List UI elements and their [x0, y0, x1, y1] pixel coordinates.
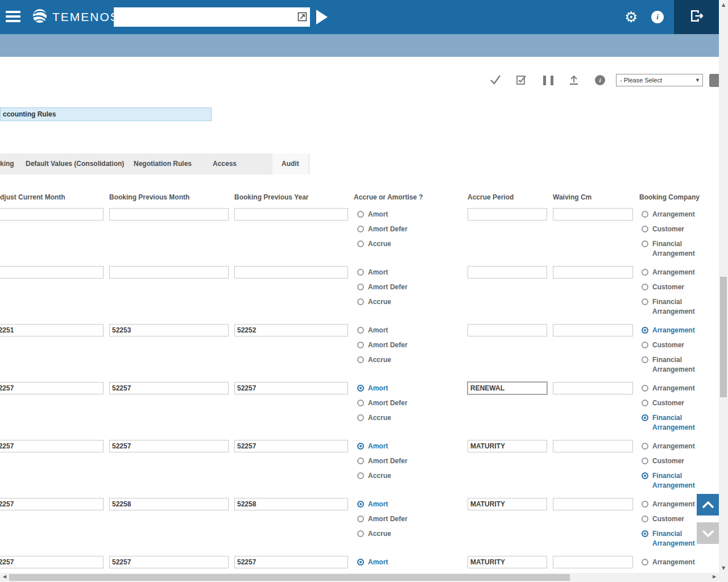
radio-button[interactable]: [642, 284, 648, 290]
radio-option-financial-arrangement[interactable]: Financial Arrangement: [642, 529, 701, 548]
accrue-period-input[interactable]: [468, 382, 547, 394]
radio-button[interactable]: [642, 342, 648, 348]
radio-option-arrangement[interactable]: Arrangement: [642, 442, 701, 451]
sign-off-button[interactable]: [674, 0, 719, 34]
radio-option-customer[interactable]: Customer: [642, 225, 701, 234]
booking-previous-year-input[interactable]: [234, 208, 348, 221]
radio-option-accrue[interactable]: Accrue: [357, 239, 425, 249]
adjust-current-month-input[interactable]: [0, 382, 104, 394]
radio-option-financial-arrangement[interactable]: Financial Arrangement: [642, 239, 701, 259]
radio-button[interactable]: [357, 414, 364, 421]
radio-button[interactable]: [357, 284, 364, 290]
accrue-period-input[interactable]: [468, 498, 547, 510]
radio-option-accrue[interactable]: Accrue: [357, 471, 425, 481]
radio-button[interactable]: [357, 443, 364, 450]
radio-button[interactable]: [357, 516, 364, 522]
booking-previous-year-input[interactable]: [234, 556, 348, 568]
radio-option-accrue[interactable]: Accrue: [357, 355, 425, 365]
accrue-period-input[interactable]: [468, 208, 547, 221]
radio-option-arrangement[interactable]: Arrangement: [642, 326, 701, 335]
booking-previous-month-input[interactable]: [109, 266, 229, 278]
settings-gear-icon[interactable]: ⚙: [624, 10, 638, 24]
radio-button[interactable]: [642, 400, 648, 406]
radio-option-amort-defer[interactable]: Amort Defer: [357, 514, 425, 524]
radio-button[interactable]: [357, 559, 364, 566]
radio-button[interactable]: [357, 400, 364, 406]
radio-option-amort-defer[interactable]: Amort Defer: [357, 225, 425, 234]
radio-option-amort[interactable]: Amort: [357, 210, 425, 219]
booking-previous-month-input[interactable]: [109, 440, 229, 452]
accrue-period-input[interactable]: [468, 556, 547, 568]
radio-option-amort[interactable]: Amort: [357, 558, 425, 567]
radio-button[interactable]: [642, 443, 648, 450]
radio-button[interactable]: [642, 226, 648, 232]
radio-option-accrue[interactable]: Accrue: [357, 297, 425, 307]
radio-button[interactable]: [642, 327, 648, 334]
adjust-current-month-input[interactable]: [0, 498, 104, 510]
radio-button[interactable]: [642, 458, 648, 464]
radio-option-amort[interactable]: Amort: [357, 442, 425, 451]
radio-button[interactable]: [642, 385, 648, 392]
radio-option-arrangement[interactable]: Arrangement: [642, 500, 701, 509]
scrollbar-down-arrow[interactable]: ▼: [719, 566, 728, 571]
adjust-current-month-input[interactable]: [0, 440, 104, 452]
radio-button[interactable]: [642, 240, 648, 247]
booking-previous-month-input[interactable]: [109, 324, 229, 336]
booking-previous-month-input[interactable]: [109, 556, 229, 568]
radio-option-arrangement[interactable]: Arrangement: [642, 384, 701, 393]
radio-option-customer[interactable]: Customer: [642, 456, 701, 466]
radio-button[interactable]: [642, 472, 648, 479]
radio-button[interactable]: [357, 211, 364, 218]
radio-button[interactable]: [642, 269, 648, 276]
adjust-current-month-input[interactable]: [0, 556, 104, 568]
waiving-cm-input[interactable]: [553, 208, 633, 221]
radio-button[interactable]: [642, 356, 648, 363]
radio-button[interactable]: [357, 385, 364, 392]
radio-button[interactable]: [642, 516, 648, 522]
radio-button[interactable]: [357, 298, 364, 305]
booking-previous-month-input[interactable]: [109, 208, 229, 221]
radio-option-amort[interactable]: Amort: [357, 500, 425, 509]
radio-option-amort[interactable]: Amort: [357, 326, 425, 335]
radio-button[interactable]: [357, 458, 364, 464]
booking-previous-year-input[interactable]: [234, 440, 348, 452]
radio-button[interactable]: [357, 269, 364, 276]
waiving-cm-input[interactable]: [553, 382, 633, 394]
horizontal-scrollbar[interactable]: ◀ ▶: [0, 573, 719, 582]
radio-option-amort-defer[interactable]: Amort Defer: [357, 456, 425, 466]
radio-button[interactable]: [642, 414, 648, 421]
radio-button[interactable]: [357, 501, 364, 508]
radio-option-financial-arrangement[interactable]: Financial Arrangement: [642, 297, 701, 317]
waiving-cm-input[interactable]: [553, 324, 633, 336]
scroll-down-button[interactable]: [697, 522, 719, 544]
radio-button[interactable]: [357, 240, 364, 247]
accrue-period-input[interactable]: [468, 440, 547, 452]
radio-button[interactable]: [357, 530, 364, 537]
horizontal-scrollbar-thumb[interactable]: [9, 574, 570, 581]
command-input[interactable]: [114, 7, 295, 27]
accrue-period-input[interactable]: [468, 324, 547, 336]
booking-previous-year-input[interactable]: [234, 498, 348, 510]
radio-button[interactable]: [642, 501, 648, 508]
menu-icon[interactable]: [6, 11, 20, 23]
radio-option-amort-defer[interactable]: Amort Defer: [357, 398, 425, 408]
radio-option-accrue[interactable]: Accrue: [357, 529, 425, 539]
radio-button[interactable]: [642, 530, 648, 537]
waiving-cm-input[interactable]: [553, 266, 633, 278]
adjust-current-month-input[interactable]: [0, 208, 104, 221]
adjust-current-month-input[interactable]: [0, 266, 104, 278]
radio-button[interactable]: [357, 472, 364, 479]
go-button[interactable]: [316, 10, 328, 24]
radio-button[interactable]: [642, 559, 648, 566]
radio-option-customer[interactable]: Customer: [642, 282, 701, 292]
scrollbar-left-arrow[interactable]: ◀: [0, 574, 9, 579]
radio-option-amort[interactable]: Amort: [357, 268, 425, 277]
launch-enquiry-icon[interactable]: [297, 12, 307, 24]
waiving-cm-input[interactable]: [553, 556, 633, 568]
radio-option-financial-arrangement[interactable]: Financial Arrangement: [642, 355, 701, 375]
adjust-current-month-input[interactable]: [0, 324, 104, 336]
radio-option-financial-arrangement[interactable]: Financial Arrangement: [642, 471, 701, 490]
booking-previous-year-input[interactable]: [234, 266, 348, 278]
radio-button[interactable]: [357, 327, 364, 334]
info-icon[interactable]: i: [651, 11, 664, 23]
